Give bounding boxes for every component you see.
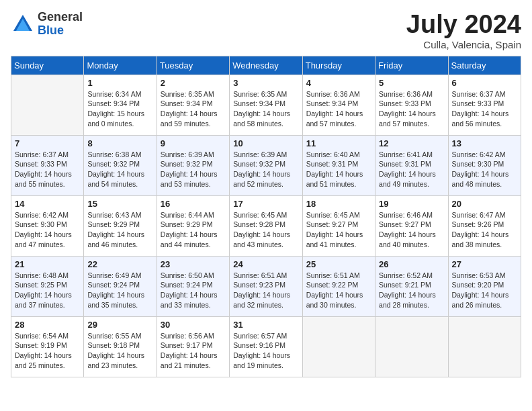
weekday-header-thursday: Thursday <box>302 56 375 75</box>
calendar-day-cell: 13Sunrise: 6:42 AM Sunset: 9:30 PM Dayli… <box>448 135 521 195</box>
calendar-week-row: 28Sunrise: 6:54 AM Sunset: 9:19 PM Dayli… <box>11 316 521 377</box>
weekday-header-monday: Monday <box>84 56 157 75</box>
calendar-day-cell: 15Sunrise: 6:43 AM Sunset: 9:29 PM Dayli… <box>84 195 157 256</box>
day-info: Sunrise: 6:45 AM Sunset: 9:27 PM Dayligh… <box>306 210 371 250</box>
calendar-day-cell: 29Sunrise: 6:55 AM Sunset: 9:18 PM Dayli… <box>84 316 157 377</box>
calendar-day-cell: 31Sunrise: 6:57 AM Sunset: 9:16 PM Dayli… <box>230 316 302 377</box>
day-number: 2 <box>161 78 226 88</box>
day-number: 1 <box>87 78 152 88</box>
day-info: Sunrise: 6:34 AM Sunset: 9:34 PM Dayligh… <box>87 89 152 129</box>
calendar-day-cell: 3Sunrise: 6:35 AM Sunset: 9:34 PM Daylig… <box>230 75 302 135</box>
calendar-day-cell: 6Sunrise: 6:37 AM Sunset: 9:33 PM Daylig… <box>448 75 521 135</box>
weekday-header-saturday: Saturday <box>448 56 521 75</box>
day-number: 28 <box>15 320 80 330</box>
day-info: Sunrise: 6:39 AM Sunset: 9:32 PM Dayligh… <box>161 150 226 189</box>
month-title: July 2024 <box>406 11 521 39</box>
day-info: Sunrise: 6:57 AM Sunset: 9:16 PM Dayligh… <box>233 331 298 371</box>
day-number: 14 <box>15 199 80 209</box>
calendar-day-cell: 17Sunrise: 6:45 AM Sunset: 9:28 PM Dayli… <box>230 195 302 256</box>
weekday-header-friday: Friday <box>375 56 448 75</box>
calendar-week-row: 7Sunrise: 6:37 AM Sunset: 9:33 PM Daylig… <box>11 135 521 195</box>
calendar-day-cell: 22Sunrise: 6:49 AM Sunset: 9:24 PM Dayli… <box>84 256 157 316</box>
day-info: Sunrise: 6:46 AM Sunset: 9:27 PM Dayligh… <box>379 210 444 250</box>
calendar-week-row: 14Sunrise: 6:42 AM Sunset: 9:30 PM Dayli… <box>11 195 521 256</box>
day-info: Sunrise: 6:54 AM Sunset: 9:19 PM Dayligh… <box>15 331 80 371</box>
calendar-day-cell <box>375 316 448 377</box>
day-info: Sunrise: 6:51 AM Sunset: 9:22 PM Dayligh… <box>306 271 371 310</box>
calendar-day-cell: 28Sunrise: 6:54 AM Sunset: 9:19 PM Dayli… <box>11 316 84 377</box>
day-number: 4 <box>306 78 371 88</box>
day-number: 6 <box>452 78 517 88</box>
calendar-day-cell: 1Sunrise: 6:34 AM Sunset: 9:34 PM Daylig… <box>84 75 157 135</box>
logo-general: General <box>38 11 83 24</box>
weekday-header-row: SundayMondayTuesdayWednesdayThursdayFrid… <box>11 56 521 75</box>
day-number: 30 <box>161 320 226 330</box>
calendar-day-cell: 19Sunrise: 6:46 AM Sunset: 9:27 PM Dayli… <box>375 195 448 256</box>
day-info: Sunrise: 6:47 AM Sunset: 9:26 PM Dayligh… <box>452 210 517 250</box>
day-number: 7 <box>15 138 80 148</box>
day-info: Sunrise: 6:55 AM Sunset: 9:18 PM Dayligh… <box>87 331 152 371</box>
calendar-day-cell: 27Sunrise: 6:53 AM Sunset: 9:20 PM Dayli… <box>448 256 521 316</box>
day-number: 15 <box>87 199 152 209</box>
calendar-day-cell: 10Sunrise: 6:39 AM Sunset: 9:32 PM Dayli… <box>230 135 302 195</box>
day-info: Sunrise: 6:38 AM Sunset: 9:32 PM Dayligh… <box>87 150 152 189</box>
day-number: 8 <box>87 138 152 148</box>
day-number: 31 <box>233 320 298 330</box>
day-info: Sunrise: 6:36 AM Sunset: 9:34 PM Dayligh… <box>306 89 371 129</box>
day-number: 13 <box>452 138 517 148</box>
calendar-day-cell: 11Sunrise: 6:40 AM Sunset: 9:31 PM Dayli… <box>302 135 375 195</box>
page-header: General Blue July 2024 Culla, Valencia, … <box>11 11 521 50</box>
day-number: 18 <box>306 199 371 209</box>
day-number: 9 <box>161 138 226 148</box>
calendar-day-cell: 5Sunrise: 6:36 AM Sunset: 9:33 PM Daylig… <box>375 75 448 135</box>
calendar-day-cell: 4Sunrise: 6:36 AM Sunset: 9:34 PM Daylig… <box>302 75 375 135</box>
calendar-day-cell <box>448 316 521 377</box>
calendar-day-cell: 8Sunrise: 6:38 AM Sunset: 9:32 PM Daylig… <box>84 135 157 195</box>
day-info: Sunrise: 6:51 AM Sunset: 9:23 PM Dayligh… <box>233 271 298 310</box>
calendar-week-row: 1Sunrise: 6:34 AM Sunset: 9:34 PM Daylig… <box>11 75 521 135</box>
calendar-day-cell: 14Sunrise: 6:42 AM Sunset: 9:30 PM Dayli… <box>11 195 84 256</box>
day-info: Sunrise: 6:40 AM Sunset: 9:31 PM Dayligh… <box>306 150 371 189</box>
day-info: Sunrise: 6:44 AM Sunset: 9:29 PM Dayligh… <box>161 210 226 250</box>
day-number: 11 <box>306 138 371 148</box>
day-number: 12 <box>379 138 444 148</box>
day-number: 17 <box>233 199 298 209</box>
day-number: 24 <box>233 259 298 269</box>
calendar-day-cell: 30Sunrise: 6:56 AM Sunset: 9:17 PM Dayli… <box>157 316 229 377</box>
day-info: Sunrise: 6:42 AM Sunset: 9:30 PM Dayligh… <box>452 150 517 189</box>
calendar-day-cell: 23Sunrise: 6:50 AM Sunset: 9:24 PM Dayli… <box>157 256 229 316</box>
day-number: 27 <box>452 259 517 269</box>
weekday-header-wednesday: Wednesday <box>230 56 302 75</box>
day-number: 10 <box>233 138 298 148</box>
day-number: 23 <box>161 259 226 269</box>
title-area: July 2024 Culla, Valencia, Spain <box>406 11 521 50</box>
day-number: 22 <box>87 259 152 269</box>
day-info: Sunrise: 6:41 AM Sunset: 9:31 PM Dayligh… <box>379 150 444 189</box>
day-info: Sunrise: 6:53 AM Sunset: 9:20 PM Dayligh… <box>452 271 517 310</box>
calendar-week-row: 21Sunrise: 6:48 AM Sunset: 9:25 PM Dayli… <box>11 256 521 316</box>
day-info: Sunrise: 6:49 AM Sunset: 9:24 PM Dayligh… <box>87 271 152 310</box>
calendar-day-cell: 9Sunrise: 6:39 AM Sunset: 9:32 PM Daylig… <box>157 135 229 195</box>
calendar-day-cell: 16Sunrise: 6:44 AM Sunset: 9:29 PM Dayli… <box>157 195 229 256</box>
day-info: Sunrise: 6:56 AM Sunset: 9:17 PM Dayligh… <box>161 331 226 371</box>
logo-blue: Blue <box>38 24 83 38</box>
day-info: Sunrise: 6:42 AM Sunset: 9:30 PM Dayligh… <box>15 210 80 250</box>
logo: General Blue <box>11 11 83 38</box>
day-number: 20 <box>452 199 517 209</box>
day-number: 19 <box>379 199 444 209</box>
day-info: Sunrise: 6:37 AM Sunset: 9:33 PM Dayligh… <box>15 150 80 189</box>
day-info: Sunrise: 6:52 AM Sunset: 9:21 PM Dayligh… <box>379 271 444 310</box>
day-info: Sunrise: 6:48 AM Sunset: 9:25 PM Dayligh… <box>15 271 80 310</box>
logo-text: General Blue <box>38 11 83 38</box>
calendar-day-cell <box>11 75 84 135</box>
calendar-day-cell <box>302 316 375 377</box>
day-info: Sunrise: 6:37 AM Sunset: 9:33 PM Dayligh… <box>452 89 517 129</box>
day-number: 16 <box>161 199 226 209</box>
calendar-day-cell: 21Sunrise: 6:48 AM Sunset: 9:25 PM Dayli… <box>11 256 84 316</box>
weekday-header-sunday: Sunday <box>11 56 84 75</box>
day-number: 5 <box>379 78 444 88</box>
day-info: Sunrise: 6:50 AM Sunset: 9:24 PM Dayligh… <box>161 271 226 310</box>
calendar-day-cell: 24Sunrise: 6:51 AM Sunset: 9:23 PM Dayli… <box>230 256 302 316</box>
day-info: Sunrise: 6:35 AM Sunset: 9:34 PM Dayligh… <box>161 89 226 129</box>
location: Culla, Valencia, Spain <box>406 39 521 50</box>
